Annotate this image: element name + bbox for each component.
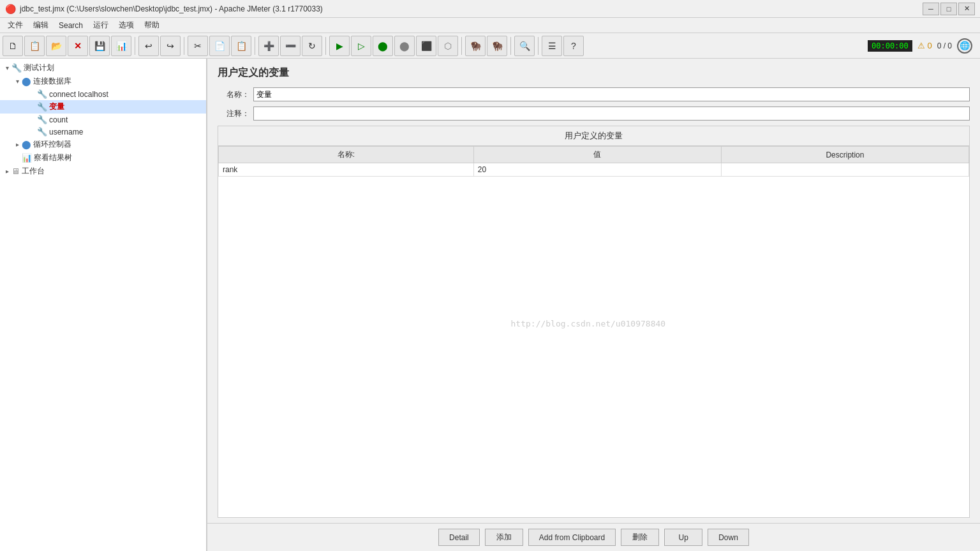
tree-node-connect-localhost[interactable]: ▸ 🔧 connect localhost [0,88,206,100]
toggle-btn[interactable]: ↻ [302,36,322,56]
connect-localhost-label: connect localhost [49,90,108,99]
add-button[interactable]: 添加 [485,529,523,546]
menu-bar: 文件 编辑 Search 运行 选项 帮助 [0,18,980,33]
row-name: rank [219,163,474,177]
count-icon: 🔧 [37,115,47,124]
cut-btn[interactable]: ✂ [188,36,208,56]
connect-db-icon: ⬤ [22,77,31,86]
shutdown-btn[interactable]: ⬡ [438,36,458,56]
menu-run[interactable]: 运行 [88,18,114,32]
ratio-display: 0 / 0 [937,41,952,50]
comment-label: 注释： [218,108,249,119]
list-btn[interactable]: ☰ [542,36,562,56]
toolbar-sep-6 [510,37,511,55]
clear-all-btn[interactable]: 🦬 [487,36,507,56]
down-button[interactable]: Down [708,529,749,546]
col-name: 名称: [219,147,474,163]
title-bar: 🔴 jdbc_test.jmx (C:\Users\slowchen\Deskt… [0,0,980,18]
content-area: 用户定义的变量 名称： 注释： 用户定义的变量 名称: [207,59,980,523]
close-btn[interactable]: ✕ [68,36,88,56]
start-nopause-btn[interactable]: ▷ [351,36,371,56]
test-plan-icon: 🔧 [11,63,22,73]
variables-icon: 🔧 [37,102,47,112]
panel-title: 用户定义的变量 [218,66,970,80]
toolbar-sep-4 [325,37,326,55]
expand-workbench[interactable]: ▸ [3,167,11,176]
count-label: count [49,115,68,124]
menu-edit[interactable]: 编辑 [28,18,54,32]
watermark: http://blog.csdn.net/u010978840 [511,319,666,328]
toolbar: 🗋 📋 📂 ✕ 💾 📊 ↩ ↪ ✂ 📄 📋 ➕ ➖ ↻ ▶ ▷ ⬤ ⬤ ⬛ ⬡ … [0,33,980,59]
collapse-btn[interactable]: ➖ [280,36,301,56]
start-btn[interactable]: ▶ [329,36,350,56]
table-title: 用户定义的变量 [218,126,969,146]
username-label: username [49,128,83,136]
stop-btn[interactable]: ⬛ [416,36,436,56]
menu-help[interactable]: 帮助 [139,18,165,32]
toolbar-sep-1 [135,37,135,55]
name-input[interactable] [253,87,970,101]
detail-button[interactable]: Detail [438,529,480,546]
toolbar-sep-5 [461,37,462,55]
variables-table: 名称: 值 Description rank 20 [218,146,969,177]
connect-db-label: 连接数据库 [33,76,71,87]
start-remote-btn[interactable]: ⬤ [373,36,393,56]
help-btn[interactable]: ? [563,36,584,56]
row-value: 20 [473,163,721,177]
comment-row: 注释： [218,107,970,121]
tree-node-count[interactable]: ▸ 🔧 count [0,114,206,126]
open-btn[interactable]: 📂 [46,36,66,56]
tree-node-connect-db[interactable]: ▾ ⬤ 连接数据库 [0,75,206,88]
loop-ctrl-icon: ⬤ [22,140,31,149]
tree-node-username[interactable]: ▸ 🔧 username [0,126,206,138]
up-button[interactable]: Up [664,529,702,546]
col-value: 值 [473,147,721,163]
comment-input[interactable] [253,107,970,121]
expand-connect-db[interactable]: ▾ [13,77,22,86]
close-button[interactable]: ✕ [958,3,975,15]
expand-btn[interactable]: ➕ [258,36,279,56]
table-row[interactable]: rank 20 [219,163,969,177]
test-plan-label: 测试计划 [24,62,54,73]
workbench-icon: 🖥 [11,166,20,176]
clear-btn[interactable]: 🦬 [465,36,486,56]
save-as-btn[interactable]: 📊 [111,36,131,56]
bottom-bar: Detail 添加 Add from Clipboard 删除 Up Down [207,523,980,551]
warning-count: ⚠ 0 [917,41,932,50]
timer-display: 00:00:00 [868,40,912,52]
minimize-button[interactable]: ─ [923,3,939,15]
tree-node-view-result[interactable]: ▸ 📊 察看结果树 [0,151,206,165]
row-description [721,163,969,177]
name-label: 名称： [218,89,249,100]
tree-node-test-plan[interactable]: ▾ 🔧 测试计划 [0,61,206,75]
toolbar-sep-3 [255,37,255,55]
left-panel: ▾ 🔧 测试计划 ▾ ⬤ 连接数据库 ▸ 🔧 connect localhost… [0,59,207,551]
revert-btn[interactable]: ↩ [138,36,159,56]
tree-node-variables[interactable]: ▸ 🔧 变量 [0,100,206,114]
save-btn[interactable]: 💾 [89,36,110,56]
expand-test-plan[interactable]: ▾ [3,64,11,73]
globe-icon: 🌐 [957,38,972,54]
expand-loop-ctrl[interactable]: ▸ [13,140,22,149]
toolbar-sep-7 [538,37,538,55]
stop-remote-btn[interactable]: ⬤ [394,36,415,56]
paste-btn[interactable]: 📋 [231,36,251,56]
menu-search[interactable]: Search [54,20,88,31]
delete-button[interactable]: 删除 [621,529,659,546]
username-icon: 🔧 [37,127,47,136]
tree-node-workbench[interactable]: ▸ 🖥 工作台 [0,165,206,178]
workbench-label: 工作台 [22,166,45,177]
copy-btn[interactable]: 📄 [209,36,230,56]
right-panel: 用户定义的变量 名称： 注释： 用户定义的变量 名称: [207,59,980,551]
template-btn[interactable]: 📋 [24,36,45,56]
search2-btn[interactable]: 🔍 [514,36,535,56]
add-from-clipboard-button[interactable]: Add from Clipboard [528,529,616,546]
forward-btn[interactable]: ↪ [160,36,181,56]
menu-file[interactable]: 文件 [3,18,28,32]
maximize-button[interactable]: □ [940,3,957,15]
new-btn[interactable]: 🗋 [3,36,23,56]
menu-options[interactable]: 选项 [114,18,139,32]
table-wrapper: 名称: 值 Description rank 20 [218,146,969,517]
tree-node-loop-ctrl[interactable]: ▸ ⬤ 循环控制器 [0,138,206,151]
toolbar-status: 00:00:00 ⚠ 0 0 / 0 🌐 [868,38,972,54]
